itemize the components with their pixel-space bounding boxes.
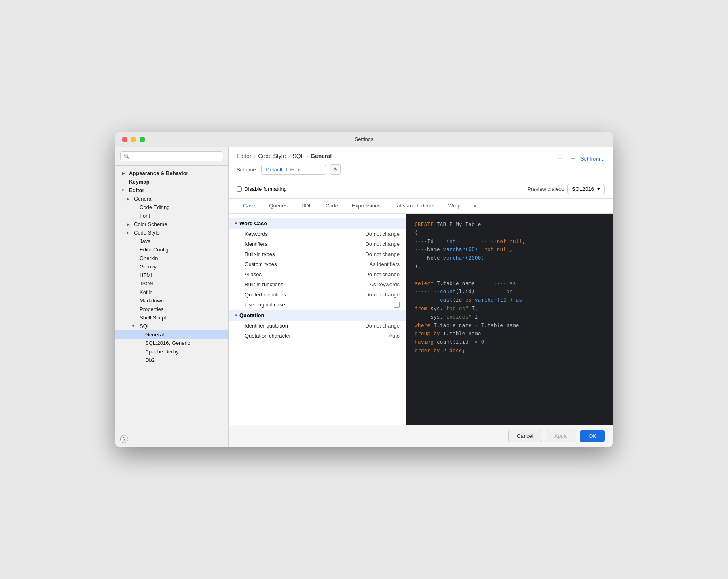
- scheme-suffix: IDE: [286, 167, 295, 173]
- tabs-overflow-button[interactable]: ▸: [471, 199, 480, 213]
- setting-value: Do not change: [365, 251, 400, 257]
- tab-case[interactable]: Case: [237, 199, 262, 213]
- tab-wrapping[interactable]: Wrapp: [442, 199, 470, 213]
- code-line: );: [415, 262, 605, 271]
- sidebar-item-label: Shell Script: [140, 315, 166, 321]
- sidebar-item-db2[interactable]: Db2: [115, 356, 228, 364]
- sidebar-item-label: Font: [140, 213, 150, 219]
- sidebar-item-label: Code Style: [134, 230, 160, 236]
- arrow-icon: ▾: [127, 230, 132, 235]
- setting-row-custom-types: Custom types As identifiers: [229, 259, 406, 269]
- breadcrumb-part-1: Editor: [237, 153, 252, 159]
- setting-name: Identifier quotation: [245, 323, 288, 329]
- sidebar-item-editorconfig[interactable]: EditorConfig: [115, 245, 228, 254]
- tab-ddl[interactable]: DDL: [295, 199, 318, 213]
- sidebar-item-keymap[interactable]: Keymap: [115, 178, 228, 186]
- sidebar-item-label: General: [145, 332, 164, 338]
- sidebar-item-code-style[interactable]: ▾ Code Style: [115, 228, 228, 237]
- code-line: from sys."tables" T,: [415, 304, 605, 313]
- setting-value: Do not change: [365, 292, 400, 298]
- ok-button[interactable]: OK: [580, 430, 605, 442]
- section-collapse-icon: ▾: [235, 313, 237, 317]
- sidebar-item-java[interactable]: Java: [115, 237, 228, 245]
- footer: Cancel Apply OK: [229, 425, 613, 447]
- gear-button[interactable]: ⚙: [330, 164, 341, 175]
- sidebar-footer: ?: [115, 431, 228, 447]
- code-line: [415, 271, 605, 279]
- sidebar-item-code-editing[interactable]: Code Editing: [115, 203, 228, 211]
- code-line: having count(I.id) > 0: [415, 338, 605, 347]
- sidebar-item-groovy[interactable]: Groovy: [115, 262, 228, 271]
- setting-row-identifier-quotation: Identifier quotation Do not change: [229, 321, 406, 331]
- sidebar-item-appearance[interactable]: ▶ Appearance & Behavior: [115, 169, 228, 178]
- code-line: ········count(I.id) as: [415, 287, 605, 296]
- setting-name: Aliases: [245, 271, 262, 277]
- setting-name: Custom types: [245, 261, 277, 267]
- forward-button[interactable]: →: [567, 153, 579, 164]
- sidebar-tree: ▶ Appearance & Behavior Keymap ▾ Editor …: [115, 166, 228, 431]
- sidebar-item-label: Markdown: [140, 298, 164, 304]
- sidebar-item-label: Gherkin: [140, 255, 158, 261]
- setting-value: As keywords: [370, 281, 400, 287]
- help-button[interactable]: ?: [120, 435, 128, 443]
- sidebar-item-apache-derby[interactable]: Apache Derby: [115, 347, 228, 356]
- sidebar-item-kotlin[interactable]: Kotlin: [115, 288, 228, 296]
- tab-tabs-and-indents[interactable]: Tabs and Indents: [388, 199, 441, 213]
- disable-formatting-checkbox[interactable]: [237, 186, 242, 192]
- setting-name: Built-in types: [245, 251, 275, 257]
- code-line: order by 2 desc;: [415, 347, 605, 355]
- tab-code[interactable]: Code: [319, 199, 345, 213]
- arrow-icon: ▶: [122, 171, 127, 175]
- tab-expressions[interactable]: Expressions: [345, 199, 387, 213]
- code-line: select T.table_name ·····as: [415, 279, 605, 288]
- sidebar-item-font[interactable]: Font: [115, 211, 228, 220]
- setting-row-quoted-identifiers: Quoted identifiers Do not change: [229, 290, 406, 300]
- setting-row-built-in-functions: Built-in functions As keywords: [229, 279, 406, 290]
- minimize-button[interactable]: [131, 137, 136, 142]
- chevron-down-icon: ▾: [597, 186, 600, 192]
- tab-queries[interactable]: Queries: [262, 199, 294, 213]
- sidebar-item-shell-script[interactable]: Shell Script: [115, 313, 228, 322]
- arrow-icon: ▶: [127, 197, 132, 201]
- sidebar-item-general-sql[interactable]: General: [115, 330, 228, 339]
- setting-name: Quoted identifiers: [245, 292, 286, 298]
- sidebar-item-label: HTML: [140, 272, 154, 278]
- sidebar-item-gherkin[interactable]: Gherkin: [115, 254, 228, 262]
- content-area: 🔍 ▶ Appearance & Behavior Keymap ▾ Edito…: [115, 147, 613, 447]
- setting-row-keywords: Keywords Do not change: [229, 229, 406, 239]
- sidebar-item-label: Groovy: [140, 264, 157, 270]
- close-button[interactable]: [122, 137, 127, 142]
- back-button[interactable]: ←: [554, 153, 566, 164]
- apply-button[interactable]: Apply: [546, 430, 576, 442]
- sidebar-item-sql2016[interactable]: SQL:2016, Generic: [115, 339, 228, 347]
- breadcrumb-sep-3: ›: [306, 153, 308, 159]
- sidebar-item-properties[interactable]: Properties: [115, 305, 228, 313]
- word-case-section-header[interactable]: ▾ Word Case: [229, 218, 406, 229]
- scheme-dropdown[interactable]: Default IDE ▾: [261, 165, 326, 175]
- breadcrumb-sep-1: ›: [254, 153, 256, 159]
- set-from-link[interactable]: Set from...: [580, 156, 605, 162]
- sidebar-item-general[interactable]: ▶ General: [115, 194, 228, 203]
- window-title: Settings: [355, 136, 374, 142]
- code-line: ····Name varchar(60) not null,: [415, 245, 605, 254]
- search-wrap[interactable]: 🔍: [120, 151, 223, 161]
- use-original-case-checkbox[interactable]: [394, 302, 400, 308]
- sidebar-item-html[interactable]: HTML: [115, 271, 228, 279]
- sidebar-item-label: Code Editing: [140, 204, 169, 210]
- sidebar-item-color-scheme[interactable]: ▶ Color Scheme: [115, 220, 228, 228]
- sidebar-item-markdown[interactable]: Markdown: [115, 296, 228, 305]
- sidebar-item-json[interactable]: JSON: [115, 279, 228, 288]
- setting-value: Auto: [389, 333, 400, 339]
- setting-name: Built-in functions: [245, 281, 283, 287]
- setting-name: Use original case: [245, 302, 285, 308]
- quotation-section-header[interactable]: ▾ Quotation: [229, 310, 406, 321]
- setting-name: Quotation character: [245, 333, 291, 339]
- maximize-button[interactable]: [140, 137, 145, 142]
- sidebar-item-editor[interactable]: ▾ Editor: [115, 186, 228, 194]
- cancel-button[interactable]: Cancel: [508, 430, 542, 442]
- sidebar-item-sql[interactable]: ▾ SQL: [115, 322, 228, 330]
- search-input[interactable]: [132, 153, 220, 159]
- code-line: ········cast(Id as varchar(10)) as: [415, 296, 605, 304]
- sidebar: 🔍 ▶ Appearance & Behavior Keymap ▾ Edito…: [115, 147, 229, 447]
- preview-dialect-dropdown[interactable]: SQL2016 ▾: [567, 184, 605, 194]
